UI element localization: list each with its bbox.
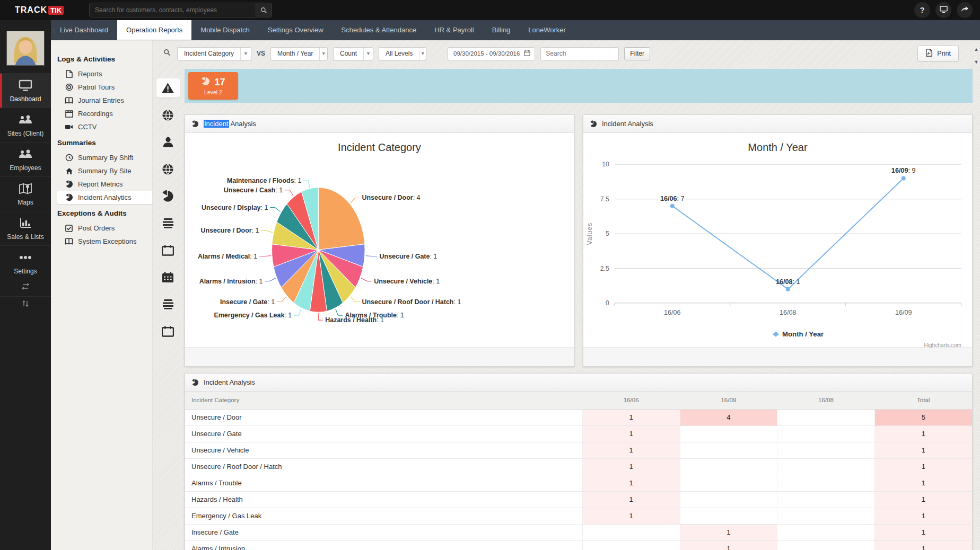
- sidebar-item-summary-by-shift[interactable]: Summary By Shift: [57, 151, 152, 164]
- table-row[interactable]: Unsecure / Door145: [185, 409, 972, 425]
- share-button[interactable]: [957, 2, 973, 18]
- sidebar-item-dashboard[interactable]: Dashboard: [0, 73, 51, 108]
- vertical-scrollbar[interactable]: ▲ ▼: [973, 42, 980, 550]
- tracktik-logo[interactable]: TRACK TIK: [15, 5, 64, 15]
- sidebar-item-recordings[interactable]: Recordings: [57, 107, 152, 120]
- sidebar-item-system-exceptions[interactable]: System Exceptions: [57, 235, 152, 248]
- sidebar-item-settings[interactable]: Settings: [0, 245, 51, 280]
- globe-icon[interactable]: [156, 105, 180, 125]
- x-axis-category-label: 16/08: [780, 309, 797, 316]
- clapperboard-icon: [65, 110, 73, 118]
- global-search-input[interactable]: [90, 6, 256, 14]
- search-icon[interactable]: [256, 3, 272, 17]
- table-row[interactable]: Insecure / Gate11: [185, 524, 972, 540]
- tab-schedules-attendance[interactable]: Schedules & Attendance: [332, 20, 426, 40]
- calendar-icon[interactable]: [156, 241, 180, 260]
- levels-dropdown[interactable]: All Levels ▼: [379, 47, 426, 60]
- live-dashboard-button[interactable]: [935, 2, 951, 18]
- sidebar-collapse-handle[interactable]: ≡: [52, 30, 55, 32]
- tab-settings-overview[interactable]: Settings Overview: [259, 20, 332, 40]
- count-cell: [680, 458, 777, 475]
- table-header-row: Incident Category 16/06 16/09 16/08 Tota…: [185, 392, 972, 409]
- calendar-grid-icon[interactable]: [156, 268, 180, 287]
- date-range-field[interactable]: 09/30/2015 - 09/30/2016: [448, 47, 535, 60]
- card-title: Incident Analysis: [204, 120, 256, 128]
- line-point[interactable]: [902, 176, 906, 180]
- count-cell: [680, 442, 777, 458]
- globe-icon[interactable]: [156, 159, 180, 179]
- sidebar-item-incident-analytics[interactable]: Incident Analytics: [57, 191, 152, 204]
- sort-arrows-button[interactable]: [0, 296, 51, 313]
- table-row[interactable]: Unsecure / Roof Door / Hatch11: [185, 458, 972, 475]
- chevron-down-icon: ▼: [363, 48, 373, 60]
- count-cell: [777, 425, 875, 442]
- sidebar-item-journal-entries[interactable]: Journal Entries: [57, 94, 152, 107]
- month-year-card: Incident Analysis Month / Year 02.557.51…: [583, 114, 973, 367]
- column-header[interactable]: Incident Category: [185, 392, 582, 409]
- sidebar-item-sales-lists[interactable]: Sales & Lists: [0, 211, 51, 245]
- tab-live-dashboard[interactable]: Live Dashboard: [51, 20, 117, 40]
- sidebar-item-cctv[interactable]: CCTV: [57, 120, 152, 134]
- user-avatar-wrap[interactable]: [0, 20, 51, 73]
- filter-search-input[interactable]: [540, 47, 619, 60]
- column-header[interactable]: Total: [874, 392, 972, 409]
- column-header[interactable]: 16/08: [777, 392, 875, 409]
- card-header: Incident Analysis: [583, 115, 972, 133]
- calendar-icon[interactable]: [156, 322, 180, 341]
- sidebar-item-report-metrics[interactable]: Report Metrics: [57, 178, 152, 191]
- column-header[interactable]: 16/09: [680, 392, 777, 409]
- pie-slice-label: Emergency / Gas Leak: 1: [214, 312, 292, 319]
- sidebar-item-reports[interactable]: Reports: [57, 67, 152, 81]
- tab-hr-payroll[interactable]: HR & Payroll: [425, 20, 483, 40]
- table-row[interactable]: Unsecure / Vehicle11: [185, 442, 972, 458]
- pie-chart-icon[interactable]: [156, 187, 180, 206]
- legend[interactable]: Month / Year: [773, 330, 824, 338]
- y-axis-tick-label: 0: [606, 299, 609, 307]
- swap-arrows-button[interactable]: [0, 280, 51, 296]
- sidebar-item-post-orders[interactable]: Post Orders: [57, 221, 152, 235]
- count-cell: 1: [874, 491, 972, 508]
- tab-operation-reports[interactable]: Operation Reports: [117, 20, 191, 40]
- line-point[interactable]: [786, 287, 790, 291]
- tab-loneworker[interactable]: LoneWorker: [519, 20, 575, 40]
- calendar-icon: [524, 50, 530, 57]
- list-lines-icon[interactable]: [156, 214, 180, 233]
- person-icon[interactable]: [156, 132, 180, 152]
- sidebar-item-sites[interactable]: Sites (Client): [0, 108, 51, 142]
- category-dropdown[interactable]: Incident Category ▼: [177, 47, 251, 60]
- sidebar-item-summary-by-site[interactable]: Summary By Site: [57, 164, 152, 178]
- table-row[interactable]: Unsecure / Gate11: [185, 425, 972, 442]
- tab-mobile-dispatch[interactable]: Mobile Dispatch: [191, 20, 259, 40]
- level2-incident-badge[interactable]: 17 Level 2: [188, 72, 238, 100]
- group-by-dropdown[interactable]: Month / Year ▼: [270, 47, 328, 60]
- sidebar-item-employees[interactable]: Employees: [0, 142, 51, 176]
- table-row[interactable]: Alarms / Intrusion11: [185, 540, 972, 550]
- column-header[interactable]: 16/06: [582, 392, 680, 409]
- count-cell: 1: [874, 524, 972, 540]
- pie-slice[interactable]: [318, 188, 364, 250]
- scroll-down-arrow[interactable]: ▼: [974, 59, 979, 65]
- scroll-up-arrow[interactable]: ▲: [974, 47, 979, 52]
- month-year-line-chart: 02.557.510Values16/0616/0816/0916/06: 71…: [583, 154, 972, 351]
- count-cell: [777, 442, 875, 458]
- up-down-arrows-icon: [21, 300, 30, 309]
- help-button[interactable]: ?: [914, 2, 930, 18]
- incidents-warning-icon[interactable]: [156, 78, 180, 97]
- line-point[interactable]: [670, 204, 675, 208]
- print-button[interactable]: Print: [917, 46, 959, 61]
- metric-dropdown[interactable]: Count ▼: [333, 47, 373, 60]
- incident-category-cell: Hazards / Health: [185, 491, 582, 508]
- count-cell: [680, 425, 777, 442]
- tab-billing[interactable]: Billing: [483, 20, 520, 40]
- pie-slice-label: Unsecure / Vehicle: 1: [374, 278, 440, 285]
- filter-button[interactable]: Filter: [624, 47, 650, 60]
- table-row[interactable]: Hazards / Health11: [185, 491, 972, 508]
- global-search: [89, 3, 272, 17]
- list-lines-icon[interactable]: [156, 295, 180, 314]
- table-row[interactable]: Alarms / Trouble11: [185, 475, 972, 491]
- sidebar-item-maps[interactable]: Maps: [0, 176, 51, 211]
- sidebar-item-patrol-tours[interactable]: Patrol Tours: [57, 81, 152, 94]
- table-row[interactable]: Emergency / Gas Leak11: [185, 508, 972, 524]
- monitor-icon: [940, 6, 948, 14]
- item-label: System Exceptions: [78, 237, 137, 245]
